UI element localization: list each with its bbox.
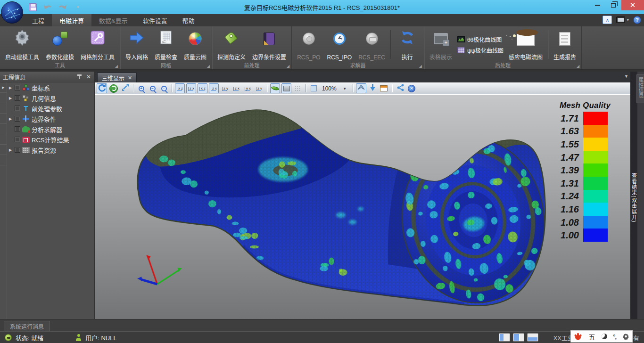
properties-collapsed-tab[interactable]: 属性信息 <box>636 74 644 103</box>
zoom-level-value[interactable]: 100% <box>320 83 339 93</box>
checkbox[interactable] <box>15 126 20 132</box>
tree-item-边界条件[interactable]: ▶边界条件 <box>7 114 94 124</box>
button-启动建模工具[interactable]: 启动建模工具 <box>2 27 42 62</box>
button-探测角定义[interactable]: 探测角定义 <box>214 27 249 62</box>
legend-value: 1.24 <box>557 191 583 201</box>
system-messages-tab[interactable]: 系统运行消息 <box>4 321 50 331</box>
view-zvx-icon[interactable]: z x <box>231 83 241 93</box>
view-zx-icon[interactable]: z x <box>186 83 196 93</box>
legend-value: 1.08 <box>557 218 583 227</box>
view-iso2-icon[interactable]: z v <box>254 83 264 93</box>
ribbon-group-工具: 启动建模工具参数化建模网格剖分工具工具◢ <box>0 26 120 69</box>
expander-icon[interactable]: ▶ <box>8 148 13 152</box>
button-RCS_PO: RCS_PO <box>294 27 323 62</box>
tab-3d-display[interactable]: 三维显示 ✕ <box>97 73 137 82</box>
tree-item-报告资源[interactable]: ▶报告资源 <box>7 145 94 155</box>
menu-tab-数据&显示[interactable]: 数据&显示 <box>91 14 135 26</box>
arrow-down-icon[interactable] <box>368 83 378 93</box>
close-button[interactable]: ✕ <box>621 0 644 10</box>
expander-icon[interactable]: ▶ <box>8 96 13 100</box>
flat-shade-icon[interactable] <box>281 83 291 93</box>
button-ψψ极化曲线图[interactable]: ψψ极化曲线图 <box>457 46 504 54</box>
dialog-launcher-icon[interactable]: ◢ <box>287 64 289 68</box>
tree-item-坐标系[interactable]: ▶坐标系 <box>7 82 94 93</box>
layout-left-icon[interactable] <box>499 333 510 342</box>
view-zy-icon[interactable]: z y <box>220 83 230 93</box>
tree-item-前处理参数[interactable]: T前处理参数 <box>7 103 94 114</box>
view-xz2-icon[interactable]: x z <box>198 83 207 93</box>
clip-plane-icon[interactable] <box>356 83 366 93</box>
dialog-launcher-icon[interactable]: ◢ <box>207 64 210 68</box>
pan-view-icon[interactable] <box>120 83 130 93</box>
ime-bar[interactable]: 五 °, <box>570 330 633 343</box>
expander-icon[interactable]: ▶ <box>8 86 13 90</box>
view-xz-icon[interactable]: x z <box>175 83 185 93</box>
button-生成报告[interactable]: 生成报告 <box>550 27 579 62</box>
3d-canvas[interactable]: Mesh Quality 1.711.631.551.471.391.311.2… <box>95 95 630 319</box>
button-质量云图[interactable]: 质量云图 <box>181 27 210 62</box>
view-iso1-icon[interactable]: y x <box>243 83 253 93</box>
project-info-header: 工程信息 ✕ <box>0 72 94 82</box>
menu-tab-软件设置[interactable]: 软件设置 <box>135 14 175 26</box>
button-质量检查[interactable]: 质量检查 <box>151 27 181 62</box>
zoom-box-icon[interactable] <box>309 83 319 93</box>
dialog-launcher-icon[interactable]: ◢ <box>419 64 422 68</box>
zoom-box-icon <box>311 85 317 91</box>
tree-item-RCS计算结果[interactable]: RCS计算结果 <box>7 134 94 145</box>
refresh-view-icon[interactable] <box>108 83 119 93</box>
smooth-shade-icon[interactable] <box>270 83 280 93</box>
layout-split-icon[interactable] <box>513 333 524 342</box>
capture-window-icon[interactable] <box>379 83 389 93</box>
view-zy-icon: z y <box>222 87 228 90</box>
checkbox[interactable] <box>15 147 20 153</box>
button-导入网格[interactable]: 导入网格 <box>122 27 151 62</box>
zoom-in-icon[interactable]: + <box>136 83 146 93</box>
button-θθ极化曲线图[interactable]: θθ极化曲线图 <box>457 35 504 43</box>
pin-icon[interactable] <box>77 74 82 80</box>
help-icon[interactable]: ? <box>633 16 641 24</box>
results-collapsed-tab[interactable]: 查看结果(双击展开) <box>630 72 637 319</box>
button-RCS_IPO[interactable]: RCS_IPO <box>323 27 355 62</box>
menu-tab-帮助[interactable]: 帮助 <box>175 14 202 26</box>
boundary-icon <box>22 115 30 122</box>
button-感应电磁流图[interactable]: 感应电磁流图 <box>505 27 546 62</box>
button-参数化建模[interactable]: 参数化建模 <box>42 27 77 62</box>
tab-list-caret-icon[interactable]: ▼ <box>624 74 628 79</box>
properties-tab-label: 属性信息 <box>637 77 644 98</box>
group-label-前处理: 前处理 <box>212 61 291 69</box>
menu-tab-工程[interactable]: 工程 <box>25 14 52 26</box>
checkbox[interactable] <box>15 85 20 90</box>
ribbon: 启动建模工具参数化建模网格剖分工具工具◢导入网格质量检查质量云图网格◢探测角定义… <box>0 26 644 70</box>
tree-item-几何信息[interactable]: ▶几何信息 <box>7 93 94 103</box>
button-网格剖分工具[interactable]: 网格剖分工具 <box>77 27 118 62</box>
expander-icon[interactable]: ▶ <box>8 117 13 121</box>
display-switch-icon[interactable]: ▾ <box>616 16 629 23</box>
checkbox[interactable] <box>15 95 20 101</box>
menu-tab-电磁计算[interactable]: 电磁计算 <box>52 14 91 26</box>
button-执行[interactable]: 执行 <box>393 27 422 62</box>
dialog-launcher-icon[interactable]: ◢ <box>115 64 118 68</box>
mesh-quality-legend: Mesh Quality 1.711.631.551.471.391.311.2… <box>557 101 613 242</box>
panel-close-icon[interactable]: ✕ <box>86 74 91 80</box>
legend-swatch <box>583 138 608 151</box>
caret-down-icon[interactable]: ▾ <box>340 83 350 93</box>
minimize-button[interactable] <box>589 0 605 10</box>
button-label: θθ极化曲线图 <box>467 35 502 43</box>
rotate-view-icon[interactable] <box>97 83 107 93</box>
tree-item-分析求解器[interactable]: 分析求解器 <box>7 124 94 134</box>
cancel-icon[interactable]: ✕ <box>407 83 417 93</box>
layout-bottom-icon[interactable] <box>527 333 538 342</box>
view-zx2-icon[interactable]: z x <box>209 83 219 93</box>
zoom-fit-icon[interactable]: ◦ <box>159 83 169 93</box>
zoom-out-icon[interactable]: − <box>148 83 157 93</box>
app-logo-icon[interactable] <box>1 1 23 24</box>
button-边界条件设置[interactable]: 边界条件设置 <box>249 27 289 62</box>
checkbox[interactable] <box>15 116 20 122</box>
collapse-ribbon-icon[interactable]: ∧ <box>603 16 612 24</box>
tab-close-icon[interactable]: ✕ <box>128 75 132 81</box>
restore-button[interactable] <box>605 0 621 10</box>
checkbox[interactable] <box>15 137 20 142</box>
checkbox[interactable] <box>15 106 20 111</box>
share-icon[interactable] <box>395 83 405 93</box>
dialog-launcher-icon[interactable]: ◢ <box>577 64 579 68</box>
